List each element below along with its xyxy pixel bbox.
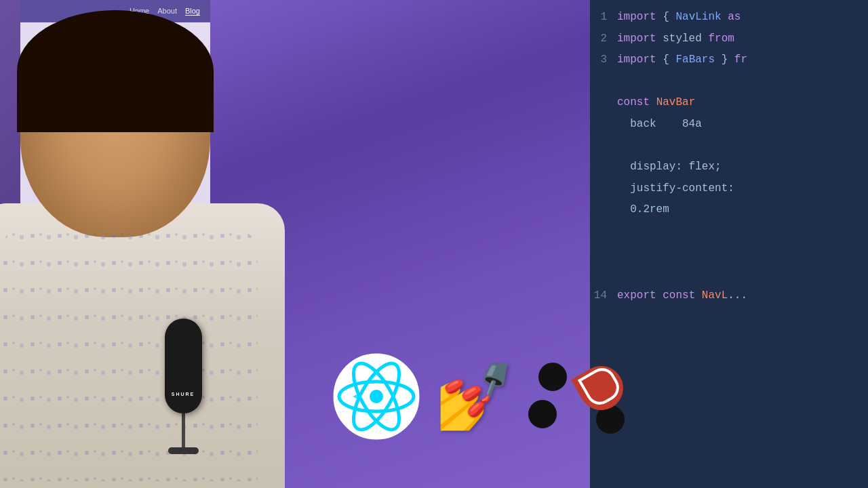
code-line-blank4 (583, 243, 868, 264)
code-line-display: display: flex; (583, 157, 868, 178)
line-number: 1 (590, 9, 607, 26)
mic-brand: SHURE (172, 392, 195, 396)
line-number: 3 (590, 52, 607, 69)
code-line-5: const NavBar (583, 92, 868, 114)
person-hair (17, 10, 214, 132)
code-line-blank5 (583, 264, 868, 285)
code-line-2: 2 import styled from (583, 28, 868, 50)
react-svg (332, 352, 420, 441)
react-icon (332, 352, 420, 441)
styled-components-icon (528, 359, 630, 434)
microphone: SHURE (156, 319, 210, 454)
code-line-justify: justify-content: (583, 178, 868, 200)
line-number: 14 (590, 287, 607, 305)
code-line-rem: 0.2rem (583, 199, 868, 221)
mic-base (168, 447, 199, 454)
icons-row: 💅 (332, 352, 630, 441)
mic-body: SHURE (165, 319, 202, 413)
code-line-3: 3 import { FaBars } fr (583, 49, 868, 71)
line-number: 2 (590, 30, 607, 48)
code-text: import styled from (617, 30, 734, 48)
code-line-6: back 84a (583, 114, 868, 136)
svg-point-4 (370, 390, 383, 403)
code-line-blank3 (583, 221, 868, 243)
mic-stand (182, 413, 185, 447)
shirt-pattern (0, 230, 258, 481)
code-text: import { NavLink as (617, 9, 741, 26)
main-title-area (285, 88, 865, 92)
code-text: import { FaBars } fr (617, 52, 747, 69)
code-line-14: 14 export const NavL... (583, 285, 868, 307)
nail-polish-icon: 💅 (434, 365, 515, 429)
code-line-blank2 (583, 136, 868, 157)
code-line-1: 1 import { NavLink as (583, 7, 868, 28)
